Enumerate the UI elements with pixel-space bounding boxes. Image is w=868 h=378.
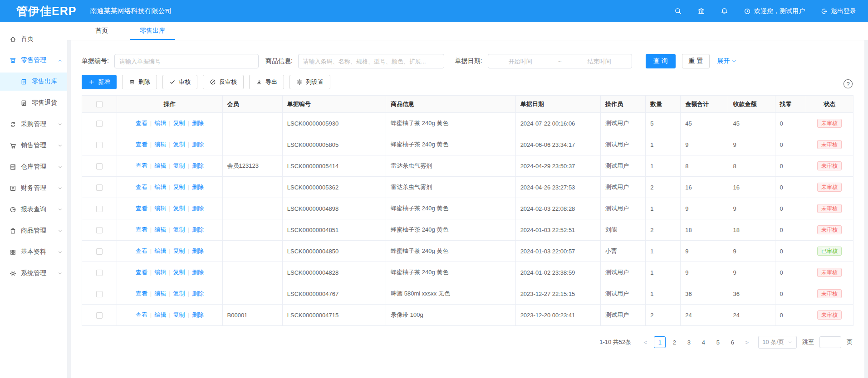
jump-page-input[interactable] [819,336,841,348]
action-view-link[interactable]: 查看 [136,120,147,126]
unaudit-button[interactable]: 反审核 [203,75,244,89]
delete-button[interactable]: 删除 [122,75,157,89]
sidebar-item-retail-return[interactable]: 零售退货 [0,94,67,112]
action-view-link[interactable]: 查看 [136,269,147,276]
action-view-link[interactable]: 查看 [136,247,147,254]
action-edit-link[interactable]: 编辑 [154,162,166,169]
action-copy-link[interactable]: 复制 [173,141,185,148]
reset-button[interactable]: 重 置 [682,54,710,68]
tab-home[interactable]: 首页 [85,22,118,40]
product-info-input[interactable] [298,54,444,68]
action-edit-link[interactable]: 编辑 [154,141,166,148]
action-edit-link[interactable]: 编辑 [154,226,166,233]
sidebar-item-warehouse[interactable]: 仓库管理 [0,158,67,176]
add-button[interactable]: 新增 [82,75,117,89]
expand-link[interactable]: 展开 [717,57,737,65]
action-edit-link[interactable]: 编辑 [154,269,166,276]
action-delete-link[interactable]: 删除 [192,184,204,190]
next-page-button[interactable]: > [741,336,753,348]
row-checkbox[interactable] [96,227,103,233]
action-copy-link[interactable]: 复制 [173,120,185,126]
action-edit-link[interactable]: 编辑 [154,184,166,190]
action-delete-link[interactable]: 删除 [192,205,204,212]
welcome-user[interactable]: 欢迎您，测试用户 [744,7,805,15]
action-copy-link[interactable]: 复制 [173,226,185,233]
bank-icon[interactable] [697,7,705,15]
sidebar-item-home[interactable]: 首页 [0,30,67,48]
row-checkbox[interactable] [96,206,103,212]
action-delete-link[interactable]: 删除 [192,141,204,148]
action-delete-link[interactable]: 删除 [192,290,204,297]
row-checkbox[interactable] [96,291,103,297]
export-button[interactable]: 导出 [249,75,284,89]
action-delete-link[interactable]: 删除 [192,120,204,126]
action-copy-link[interactable]: 复制 [173,269,185,276]
action-view-link[interactable]: 查看 [136,162,147,169]
action-view-link[interactable]: 查看 [136,205,147,212]
action-view-link[interactable]: 查看 [136,141,147,148]
action-delete-link[interactable]: 删除 [192,269,204,276]
sidebar-item-retail[interactable]: 零售管理 [0,51,67,69]
action-copy-link[interactable]: 复制 [173,205,185,212]
sidebar-item-basic[interactable]: 基本资料 [0,243,67,261]
action-delete-link[interactable]: 删除 [192,162,204,169]
sidebar-item-finance[interactable]: 财务管理 [0,179,67,197]
row-checkbox[interactable] [96,184,103,191]
prev-page-button[interactable]: < [639,336,651,348]
action-copy-link[interactable]: 复制 [173,184,185,190]
action-view-link[interactable]: 查看 [136,311,147,318]
action-view-link[interactable]: 查看 [136,226,147,233]
audit-button[interactable]: 审核 [162,75,197,89]
page-1[interactable]: 1 [654,336,666,348]
action-edit-link[interactable]: 编辑 [154,247,166,254]
sidebar-item-report[interactable]: 报表查询 [0,200,67,218]
actions-cell: 查看|编辑|复制|删除 [117,305,222,326]
bell-icon[interactable] [721,7,728,15]
action-edit-link[interactable]: 编辑 [154,311,166,318]
action-edit-link[interactable]: 编辑 [154,290,166,297]
action-copy-link[interactable]: 复制 [173,311,185,318]
sidebar-item-sales[interactable]: 销售管理 [0,136,67,155]
row-checkbox[interactable] [96,142,103,148]
action-copy-link[interactable]: 复制 [173,162,185,169]
date-start-input[interactable] [492,58,549,65]
action-delete-link[interactable]: 删除 [192,311,204,318]
tab-retail-outbound[interactable]: 零售出库 [130,22,175,40]
row-checkbox[interactable] [96,312,103,319]
action-delete-link[interactable]: 删除 [192,226,204,233]
sidebar-item-purchase[interactable]: 采购管理 [0,115,67,133]
action-view-link[interactable]: 查看 [136,184,147,190]
action-view-link[interactable]: 查看 [136,290,147,297]
sidebar-item-retail-outbound[interactable]: 零售出库 [0,73,67,91]
order-no-input[interactable] [114,54,259,68]
chevron-down-icon [58,271,63,276]
page-2[interactable]: 2 [668,336,680,348]
sidebar-item-label: 零售出库 [32,78,57,86]
app-logo[interactable]: 管伊佳ERP [0,4,76,19]
page-6[interactable]: 6 [726,336,738,348]
order-no-cell: LSCK00000004767 [282,283,386,305]
row-checkbox[interactable] [96,248,103,255]
help-icon[interactable]: ? [843,79,853,88]
action-edit-link[interactable]: 编辑 [154,120,166,126]
logout-button[interactable]: 退出登录 [820,7,856,15]
action-copy-link[interactable]: 复制 [173,247,185,254]
sidebar-item-goods[interactable]: 商品管理 [0,222,67,240]
page-5[interactable]: 5 [712,336,724,348]
action-delete-link[interactable]: 删除 [192,247,204,254]
date-end-input[interactable] [571,58,628,65]
columns-button[interactable]: 列设置 [289,75,330,89]
row-checkbox[interactable] [96,121,103,127]
action-copy-link[interactable]: 复制 [173,290,185,297]
page-3[interactable]: 3 [683,336,695,348]
action-edit-link[interactable]: 编辑 [154,205,166,212]
row-checkbox[interactable] [96,270,103,276]
select-all-checkbox[interactable] [96,101,103,107]
page-4[interactable]: 4 [697,336,709,348]
row-checkbox[interactable] [96,163,103,170]
sidebar-item-system[interactable]: 系统管理 [0,264,67,282]
query-button[interactable]: 查 询 [646,54,676,68]
date-range-picker[interactable]: ~ [488,54,632,68]
search-icon[interactable] [674,7,682,15]
page-size-select[interactable]: 10 条/页 [758,336,797,349]
